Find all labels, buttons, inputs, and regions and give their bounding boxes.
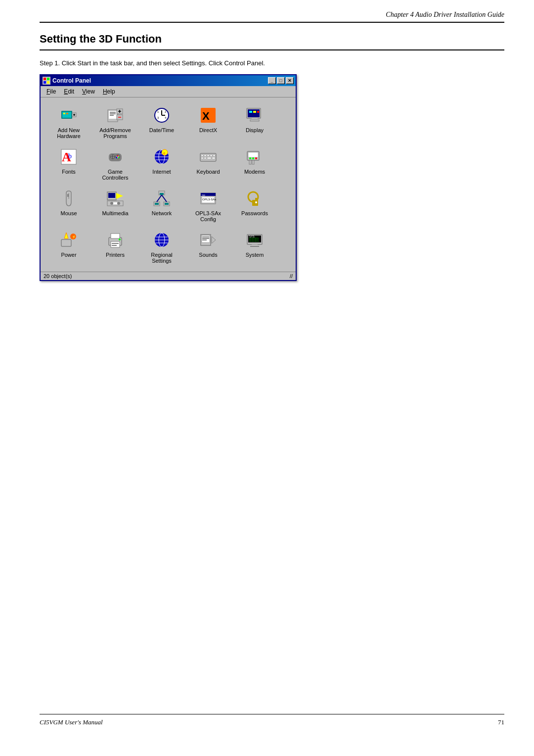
svg-rect-106: [112, 245, 117, 246]
svg-rect-121: [252, 244, 258, 246]
icon-add-hardware[interactable]: Add New Hardware: [46, 103, 91, 141]
svg-rect-1: [47, 78, 49, 80]
svg-rect-12: [109, 111, 117, 119]
svg-point-68: [252, 157, 254, 159]
regional-icon: [152, 230, 172, 250]
add-hardware-icon: [59, 105, 79, 125]
keyboard-label: Keyboard: [196, 169, 220, 175]
svg-text:b: b: [68, 152, 72, 160]
icon-display[interactable]: Display: [232, 103, 277, 141]
icon-fonts[interactable]: A b Fonts: [46, 145, 91, 183]
svg-rect-114: [202, 236, 210, 242]
svg-rect-88: [165, 203, 169, 205]
icon-passwords[interactable]: Passwords: [232, 187, 277, 224]
svg-rect-61: [201, 157, 203, 159]
svg-point-97: [255, 201, 257, 203]
svg-rect-98: [61, 239, 71, 246]
network-icon: [152, 189, 172, 208]
minimize-button[interactable]: _: [268, 77, 276, 84]
maximize-button[interactable]: □: [277, 77, 285, 84]
icon-game-controllers[interactable]: Game Controllers: [93, 145, 137, 183]
svg-rect-73: [67, 194, 69, 197]
title-left: Control Panel: [43, 77, 91, 85]
icon-keyboard[interactable]: Keyboard: [186, 145, 230, 183]
power-label: Power: [61, 252, 76, 258]
svg-rect-64: [212, 157, 215, 159]
svg-rect-122: [250, 246, 259, 247]
svg-rect-104: [111, 241, 120, 247]
menu-view[interactable]: View: [78, 87, 99, 96]
icon-directx[interactable]: X DirectX: [186, 103, 230, 141]
svg-rect-5: [62, 112, 71, 118]
mouse-label: Mouse: [60, 210, 77, 216]
svg-rect-60: [213, 155, 215, 156]
svg-rect-86: [160, 193, 164, 195]
icon-printers[interactable]: Printers: [93, 228, 137, 266]
icon-opl3[interactable]: SR OPL3-SAx OPL3-SAx Config: [186, 187, 230, 224]
icon-system[interactable]: ░░░░ SYS System: [232, 228, 277, 266]
datetime-label: Date/Time: [149, 127, 174, 133]
svg-rect-57: [204, 155, 206, 156]
icon-add-remove[interactable]: Add/Remove Programs: [93, 103, 137, 141]
opl3-icon: SR OPL3-SAx: [198, 189, 218, 208]
icon-power[interactable]: ⚡ Power: [46, 228, 91, 266]
icon-datetime[interactable]: 1 2 3 4 Date/Time: [139, 103, 184, 141]
multimedia-icon: [105, 189, 125, 208]
internet-icon: e: [152, 147, 172, 167]
icon-internet[interactable]: e Internet: [139, 145, 184, 183]
svg-rect-63: [207, 157, 211, 159]
icon-network[interactable]: Network: [139, 187, 184, 224]
multimedia-label: Multimedia: [102, 210, 128, 216]
icons-content: Add New Hardware: [41, 97, 296, 272]
game-controllers-label: Game Controllers: [95, 169, 135, 181]
icon-sounds[interactable]: Sounds: [186, 228, 230, 266]
svg-text:SYS: SYS: [249, 235, 255, 238]
svg-point-46: [118, 156, 120, 158]
svg-rect-34: [249, 111, 252, 113]
page-container: Chapter 4 Audio Driver Installation Guid…: [0, 0, 534, 756]
svg-rect-71: [252, 160, 254, 164]
svg-rect-70: [249, 160, 251, 164]
add-hardware-label: Add New Hardware: [48, 127, 89, 139]
modems-label: Modems: [244, 169, 265, 175]
status-resize: //: [290, 273, 293, 279]
svg-text:X: X: [202, 110, 210, 122]
menu-help[interactable]: Help: [99, 87, 119, 96]
icon-regional[interactable]: Regional Settings: [139, 228, 184, 266]
svg-text:⚡: ⚡: [72, 235, 76, 239]
network-label: Network: [152, 210, 172, 216]
sounds-label: Sounds: [199, 252, 217, 258]
svg-rect-66: [248, 152, 258, 157]
svg-rect-36: [257, 111, 259, 113]
printers-icon: [105, 230, 125, 250]
add-remove-label: Add/Remove Programs: [95, 127, 135, 139]
icon-modems[interactable]: Modems: [232, 145, 277, 183]
close-button[interactable]: ✕: [286, 77, 294, 84]
svg-rect-105: [112, 243, 119, 244]
svg-rect-62: [204, 157, 206, 159]
svg-text:e: e: [163, 151, 166, 155]
page-footer: CI5VGM User's Manual 71: [40, 714, 504, 726]
svg-rect-87: [155, 203, 159, 205]
svg-rect-31: [248, 109, 260, 117]
svg-rect-9: [63, 113, 65, 114]
svg-point-107: [119, 238, 121, 240]
icon-multimedia[interactable]: Multimedia: [93, 187, 137, 224]
svg-rect-96: [255, 198, 257, 201]
svg-point-47: [116, 156, 118, 158]
statusbar: 20 object(s) //: [41, 272, 296, 280]
control-panel-window: Control Panel _ □ ✕ File Edit View Help: [40, 74, 297, 281]
titlebar: Control Panel _ □ ✕: [41, 75, 296, 86]
icon-mouse[interactable]: Mouse: [46, 187, 91, 224]
menu-edit[interactable]: Edit: [60, 87, 78, 96]
svg-rect-33: [250, 120, 259, 121]
section-title: Setting the 3D Function: [40, 33, 504, 50]
window-icon: [43, 77, 50, 85]
regional-label: Regional Settings: [141, 252, 182, 264]
svg-rect-10: [66, 113, 68, 114]
step1-text: Step 1. Click Start in the task bar, and…: [40, 58, 504, 68]
svg-rect-2: [44, 81, 46, 84]
svg-point-45: [117, 155, 119, 156]
menu-file[interactable]: File: [43, 87, 60, 96]
svg-line-85: [162, 195, 167, 202]
